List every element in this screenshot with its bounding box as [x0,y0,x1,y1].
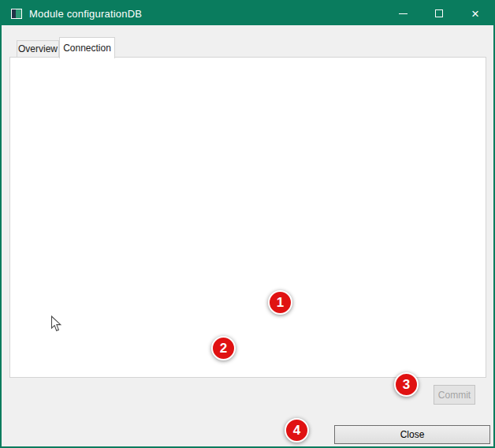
close-window-button[interactable]: × [457,2,493,25]
window-controls: × [385,2,493,25]
tab-connection[interactable]: Connection [59,37,115,58]
maximize-button[interactable] [421,2,457,25]
step-badge-4: 4 [285,418,309,442]
window-title: Module configurationDB [29,8,142,20]
minimize-button[interactable] [385,2,421,25]
connection-tab-panel [9,57,486,378]
step-badge-2: 2 [211,336,236,360]
close-button[interactable]: Close [334,425,490,444]
mouse-cursor-icon [50,315,62,332]
step-badge-3: 3 [394,372,419,397]
tab-overview[interactable]: Overview [17,40,59,58]
maximize-icon [435,9,443,17]
minimize-icon [399,13,408,14]
titlebar: Module configurationDB × [2,2,493,25]
step-badge-1: 1 [268,290,292,315]
close-icon: × [471,7,479,21]
commit-button: Commit [434,385,475,405]
dialog-window: Module configurationDB × Overview Connec… [0,0,495,448]
app-icon [11,9,22,19]
